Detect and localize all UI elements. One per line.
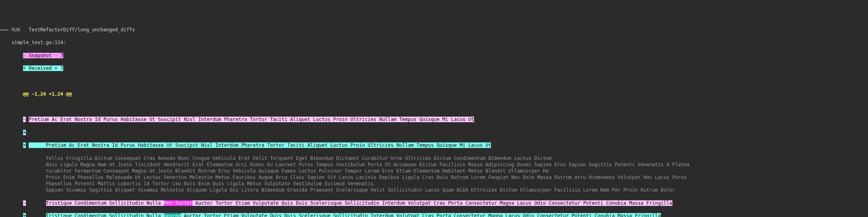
context-line: Proin Enim Phasellus Malesuada Ut Lectus… <box>0 174 868 181</box>
context-line: Sapien Vivamus Sagittis Aliquet Vivamus … <box>0 187 868 193</box>
diff-del-line: - Pretium Ac Erat Nostra Id Purus Habita… <box>0 116 868 123</box>
added-word: George <box>164 213 181 217</box>
context-block: Tellus Fringilla Dictum Consequat Cras A… <box>0 155 868 194</box>
diff-del-word-line: - Tristique Condimentum Sollicitudin Nul… <box>0 200 868 206</box>
context-line: Nisi Ligula Magna Nam Ut Justo Tincidunt… <box>0 161 868 168</box>
diff-add-word-line: + Tristique Condimentum Sollicitudin Nul… <box>0 213 868 217</box>
context-line: Phasellus Potenti Mattis Lobortis Id Tor… <box>0 181 868 187</box>
blank <box>0 104 868 110</box>
hunk-header: @@ -1,24 +1,24 @@ <box>0 91 868 97</box>
diff-add-line: + Pretium Ac Erat Nostra Id Purus Habita… <box>0 142 868 148</box>
removed-word: Per Tortor <box>164 200 192 206</box>
snapshot-legend-del: - Snapshot - 7 <box>0 52 868 59</box>
run-header: === RUN TestRefactorDiff/long_unchanged_… <box>0 27 868 33</box>
snapshot-legend-add: + Received + 7 <box>0 65 868 71</box>
run-label: === RUN <box>0 27 29 33</box>
blank <box>0 78 868 84</box>
diff-add-empty: + <box>0 129 868 136</box>
context-line: Tellus Fringilla Dictum Consequat Cras A… <box>0 155 868 161</box>
context-line: Curabitur Fermentum Consequat Magna Ut J… <box>0 168 868 174</box>
test-name: TestRefactorDiff/long_unchanged_diffs <box>29 27 135 33</box>
file-location: simple_test.go:114: <box>0 39 868 46</box>
